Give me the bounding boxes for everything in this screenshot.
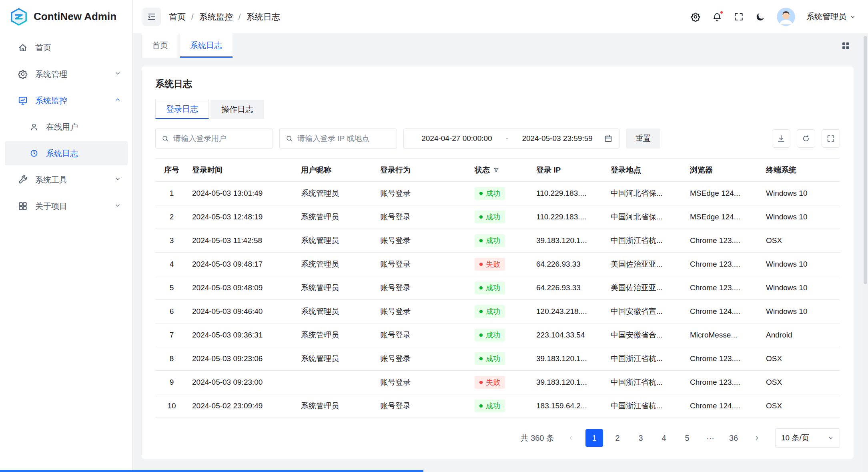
breadcrumb-item-home[interactable]: 首页 (169, 11, 186, 22)
cell-browser: MSEdge 124... (686, 205, 762, 229)
sidebar-item-online-users[interactable]: 在线用户 (5, 115, 128, 139)
cell-login-time: 2024-05-03 09:46:40 (188, 300, 297, 323)
avatar[interactable] (777, 8, 795, 26)
page-button-5[interactable]: 5 (678, 429, 696, 447)
cell-browser: Chrome 124.... (686, 394, 762, 418)
apps-grid-icon (841, 41, 850, 50)
page-button-2[interactable]: 2 (609, 429, 626, 447)
page-ellipsis-button[interactable]: ··· (702, 429, 719, 447)
fullscreen-button[interactable] (734, 12, 744, 22)
sidebar-item-label: 系统工具 (35, 175, 67, 185)
table-row: 4 2024-05-03 09:48:17 系统管理员 账号登录 失败 64.2… (155, 253, 840, 276)
breadcrumb-item-system-monitor[interactable]: 系统监控 (199, 11, 233, 22)
sidebar-collapse-button[interactable] (142, 8, 161, 26)
cell-os: Windows 10 (762, 182, 840, 205)
expand-icon (826, 134, 835, 143)
cell-status: 成功 (471, 347, 532, 371)
status-text: 成功 (486, 330, 500, 340)
chevron-right-icon (753, 434, 760, 442)
page-button-36[interactable]: 36 (725, 429, 742, 447)
status-dot-icon (479, 263, 483, 266)
log-tabs: 登录日志 操作日志 (155, 100, 840, 119)
sidebar-item-system-management[interactable]: 系统管理 (5, 62, 128, 86)
page-button-1[interactable]: 1 (585, 429, 603, 447)
settings-button[interactable] (690, 12, 701, 22)
cell-action: 账号登录 (376, 253, 471, 276)
user-menu[interactable]: 系统管理员 (806, 11, 856, 22)
page-size-select[interactable]: 10 条/页 (775, 428, 840, 448)
status-text: 失败 (486, 259, 500, 269)
page-button-4[interactable]: 4 (655, 429, 673, 447)
status-badge: 成功 (475, 400, 505, 412)
status-badge: 成功 (475, 329, 505, 341)
reset-button[interactable]: 重置 (626, 129, 660, 149)
prev-page-button[interactable] (562, 429, 580, 447)
tab-login-logs[interactable]: 登录日志 (155, 100, 209, 119)
expand-button[interactable] (822, 129, 840, 148)
cell-index: 7 (155, 323, 188, 347)
sidebar-item-system-monitor[interactable]: 系统监控 (5, 88, 128, 112)
cell-status: 成功 (471, 276, 532, 300)
status-text: 成功 (486, 354, 500, 364)
tab-system-logs[interactable]: 系统日志 (180, 33, 233, 58)
cell-index: 8 (155, 347, 188, 371)
status-badge: 成功 (475, 187, 505, 200)
cell-login-time: 2024-05-03 09:36:31 (188, 323, 297, 347)
notifications-button[interactable] (712, 12, 722, 22)
breadcrumb-separator: / (191, 12, 194, 22)
sidebar-item-system-tools[interactable]: 系统工具 (5, 168, 128, 192)
status-text: 成功 (486, 236, 500, 245)
cell-login-time: 2024-05-03 09:48:09 (188, 276, 297, 300)
topbar-actions: 系统管理员 (690, 8, 856, 26)
cell-location: 中国浙江省杭... (607, 371, 686, 394)
theme-toggle-button[interactable] (755, 12, 766, 22)
tab-list-button[interactable] (841, 41, 850, 50)
clock-icon (29, 149, 39, 158)
logo-icon (10, 8, 28, 26)
breadcrumb-separator: / (239, 12, 241, 22)
status-text: 成功 (486, 212, 500, 222)
cell-status: 成功 (471, 182, 532, 205)
cell-location: 中国浙江省杭... (607, 347, 686, 371)
sidebar-item-system-logs[interactable]: 系统日志 (5, 141, 128, 165)
table-row: 2 2024-05-03 12:48:19 系统管理员 账号登录 成功 110.… (155, 205, 840, 229)
cell-os: OSX (762, 229, 840, 253)
cell-login-time: 2024-05-03 09:48:17 (188, 253, 297, 276)
wrench-icon (18, 175, 28, 185)
cell-location: 中国河北省保... (607, 182, 686, 205)
cell-location: 中国浙江省杭... (607, 229, 686, 253)
cell-login-time: 2024-05-03 12:48:19 (188, 205, 297, 229)
horizontal-scrollbar-thumb[interactable] (0, 470, 423, 472)
cell-index: 2 (155, 205, 188, 229)
sidebar-item-about-project[interactable]: 关于项目 (5, 194, 128, 218)
download-button[interactable] (772, 129, 790, 148)
date-range-picker[interactable]: 2024-04-27 00:00:00 - 2024-05-03 23:59:5… (403, 129, 619, 149)
page-button-3[interactable]: 3 (632, 429, 649, 447)
tab-home[interactable]: 首页 (142, 33, 178, 58)
cell-location: 中国河北省保... (607, 205, 686, 229)
filter-funnel-icon[interactable] (493, 167, 499, 173)
cell-nickname: 系统管理员 (297, 394, 376, 418)
filter-row: 2024-04-27 00:00:00 - 2024-05-03 23:59:5… (155, 129, 840, 149)
refresh-button[interactable] (797, 129, 815, 148)
chevron-down-icon (114, 175, 121, 185)
gear-icon (690, 12, 701, 22)
search-icon (161, 135, 169, 143)
cell-status: 成功 (471, 205, 532, 229)
chevron-up-icon (114, 96, 121, 105)
col-nickname: 用户昵称 (297, 159, 376, 182)
cell-os: OSX (762, 347, 840, 371)
login-user-input[interactable] (173, 134, 267, 143)
table-row: 7 2024-05-03 09:36:31 系统管理员 账号登录 成功 223.… (155, 323, 840, 347)
cell-os: Windows 10 (762, 276, 840, 300)
cell-ip: 39.183.120.1... (532, 371, 607, 394)
next-page-button[interactable] (748, 429, 766, 447)
status-badge: 成功 (475, 234, 505, 247)
login-ip-input[interactable] (297, 134, 391, 143)
cell-nickname: 系统管理员 (297, 300, 376, 323)
sidebar-item-home[interactable]: 首页 (5, 36, 128, 60)
col-index: 序号 (155, 159, 188, 182)
status-badge: 成功 (475, 352, 505, 365)
tab-operation-logs[interactable]: 操作日志 (210, 100, 264, 119)
vertical-scrollbar-thumb[interactable] (864, 36, 867, 284)
